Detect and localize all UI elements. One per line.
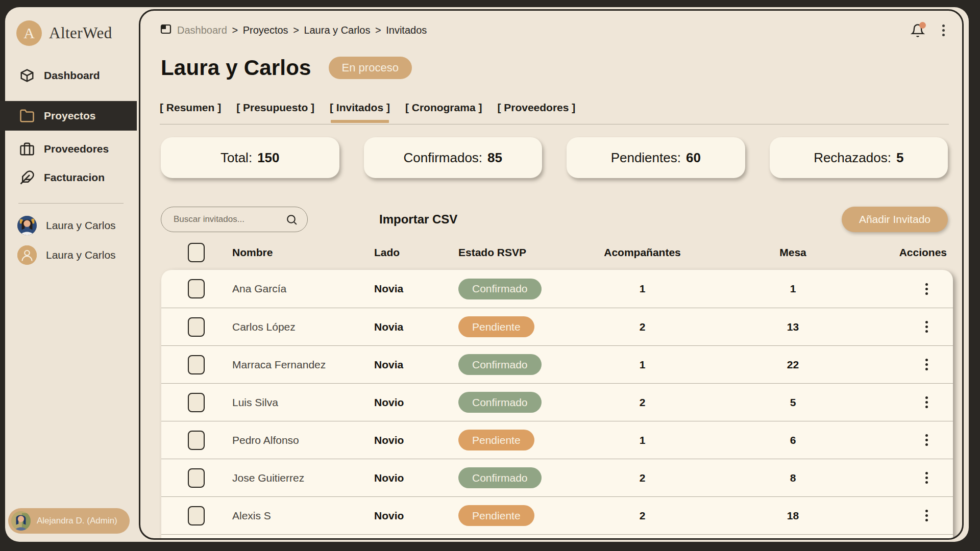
guest-companions: 1 bbox=[570, 434, 715, 446]
table-row: Alexis S Novio Pendiente 2 18 bbox=[161, 496, 953, 534]
stat-card: Rechazados: 5 bbox=[770, 137, 948, 178]
guest-table-number: 1 bbox=[715, 283, 871, 295]
guest-name: Ana García bbox=[232, 283, 374, 295]
row-checkbox[interactable] bbox=[188, 355, 205, 374]
tab-invitados[interactable]: [ Invitados ] bbox=[330, 102, 390, 122]
guest-companions: 2 bbox=[570, 321, 715, 333]
breadcrumb-part[interactable]: Dashboard bbox=[177, 24, 227, 36]
guest-side: Novio bbox=[374, 396, 458, 409]
guest-side: Novio bbox=[374, 472, 458, 484]
table-row: Jose Guitierrez Novio Confirmado 2 8 bbox=[161, 459, 953, 496]
guest-name: Carlos López bbox=[232, 321, 374, 333]
stat-value: 150 bbox=[257, 150, 279, 166]
breadcrumb-separator: > bbox=[372, 24, 384, 36]
app-name: AlterWed bbox=[49, 24, 112, 42]
current-user-badge[interactable]: Alejandra D. (Admin) bbox=[8, 508, 130, 534]
row-actions-kebab-icon[interactable] bbox=[921, 357, 932, 372]
breadcrumb: Dashboard > Proyectos > Laura y Carlos >… bbox=[160, 23, 427, 38]
row-checkbox[interactable] bbox=[188, 279, 205, 298]
row-actions-kebab-icon[interactable] bbox=[921, 281, 932, 297]
stat-label: Confirmados: bbox=[403, 150, 482, 166]
column-header-acciones: Acciones bbox=[871, 246, 953, 259]
sidebar-projects: Laura y Carlos Laura y Carlos bbox=[5, 211, 137, 270]
user-avatar bbox=[11, 511, 31, 531]
user-name-label: Alejandra D. (Admin) bbox=[37, 516, 117, 526]
row-actions-kebab-icon[interactable] bbox=[921, 432, 932, 448]
row-checkbox[interactable] bbox=[188, 468, 205, 488]
guest-companions: 2 bbox=[570, 510, 715, 522]
guest-name: Jose Guitierrez bbox=[232, 472, 374, 484]
project-label: Laura y Carlos bbox=[46, 219, 116, 232]
guest-side: Novio bbox=[374, 434, 458, 446]
guest-table-number: 13 bbox=[715, 321, 871, 333]
app-logo: A AlterWed bbox=[5, 7, 137, 46]
search-icon[interactable] bbox=[285, 213, 298, 226]
sidebar-item-proveedores[interactable]: Proveedores bbox=[5, 135, 137, 163]
column-header-mesa: Mesa bbox=[715, 246, 871, 259]
tabs: [ Resumen ][ Presupuesto ][ Invitados ][… bbox=[160, 102, 949, 122]
notification-dot bbox=[919, 22, 926, 29]
kebab-menu-icon[interactable] bbox=[940, 23, 947, 37]
guest-companions: 1 bbox=[570, 283, 715, 295]
table-row-partial bbox=[161, 534, 953, 540]
person-icon-avatar bbox=[17, 245, 37, 265]
breadcrumb-part[interactable]: Laura y Carlos bbox=[304, 24, 370, 36]
sidebar: A AlterWed Dashboard Proyectos Proveedor… bbox=[5, 7, 137, 542]
guest-name: Alexis S bbox=[232, 510, 374, 522]
bell-icon[interactable] bbox=[911, 23, 925, 38]
row-checkbox[interactable] bbox=[188, 317, 205, 337]
stat-card: Total: 150 bbox=[161, 137, 339, 178]
rsvp-status-badge: Confirmado bbox=[458, 392, 542, 413]
breadcrumb-part[interactable]: Proyectos bbox=[243, 24, 288, 36]
guest-table-number: 8 bbox=[715, 472, 871, 484]
table-row: Marraca Fernandez Novia Confirmado 1 22 bbox=[161, 345, 953, 383]
tab-presupuesto[interactable]: [ Presupuesto ] bbox=[236, 102, 314, 122]
guest-companions: 1 bbox=[570, 359, 715, 371]
table-row: Ana García Novia Confirmado 1 1 bbox=[161, 270, 953, 308]
search-box bbox=[161, 207, 308, 232]
tab-cronograma[interactable]: [ Cronograma ] bbox=[405, 102, 482, 122]
guest-companions: 2 bbox=[570, 472, 715, 484]
stat-value: 5 bbox=[896, 150, 903, 166]
row-checkbox[interactable] bbox=[188, 506, 205, 525]
rsvp-status-badge: Confirmado bbox=[458, 467, 542, 488]
rsvp-status-badge: Pendiente bbox=[458, 430, 534, 450]
main-panel: Dashboard > Proyectos > Laura y Carlos >… bbox=[139, 9, 964, 540]
sidebar-project-item[interactable]: Laura y Carlos bbox=[5, 240, 137, 270]
sidebar-item-dashboard[interactable]: Dashboard bbox=[5, 61, 137, 90]
breadcrumb-separator: > bbox=[290, 24, 302, 36]
sidebar-divider bbox=[18, 203, 124, 204]
row-actions-kebab-icon[interactable] bbox=[921, 508, 932, 523]
select-all-checkbox[interactable] bbox=[188, 243, 205, 262]
guest-name: Luis Silva bbox=[232, 396, 374, 409]
stat-value: 60 bbox=[686, 150, 701, 166]
breadcrumb-part[interactable]: Invitados bbox=[386, 24, 427, 36]
guest-table-number: 22 bbox=[715, 359, 871, 371]
stat-value: 85 bbox=[487, 150, 502, 166]
row-checkbox[interactable] bbox=[188, 393, 205, 412]
tab-proveedores[interactable]: [ Proveedores ] bbox=[497, 102, 575, 122]
feather-icon bbox=[19, 170, 35, 185]
table-header: Nombre Lado Estado RSVP Acompañantes Mes… bbox=[161, 241, 953, 264]
folder-icon bbox=[19, 108, 35, 123]
row-checkbox[interactable] bbox=[188, 431, 205, 450]
rsvp-status-badge: Pendiente bbox=[458, 505, 534, 526]
tab-resumen[interactable]: [ Resumen ] bbox=[160, 102, 221, 122]
row-actions-kebab-icon[interactable] bbox=[921, 470, 932, 486]
table-row: Pedro Alfonso Novio Pendiente 1 6 bbox=[161, 421, 953, 459]
row-actions-kebab-icon[interactable] bbox=[921, 394, 932, 410]
rsvp-status-badge: Confirmado bbox=[458, 279, 542, 299]
row-actions-kebab-icon[interactable] bbox=[921, 319, 932, 335]
sidebar-item-facturacion[interactable]: Facturacion bbox=[5, 163, 137, 192]
logo-monogram: A bbox=[16, 20, 42, 46]
add-guest-button[interactable]: Añadir Invitado bbox=[842, 207, 948, 232]
sidebar-project-item[interactable]: Laura y Carlos bbox=[5, 211, 137, 240]
guest-name: Pedro Alfonso bbox=[232, 434, 374, 446]
stat-label: Rechazados: bbox=[814, 150, 891, 166]
import-csv-button[interactable]: Importar CSV bbox=[379, 212, 457, 227]
project-label: Laura y Carlos bbox=[46, 249, 116, 261]
sidebar-item-proyectos[interactable]: Proyectos bbox=[0, 101, 137, 131]
cube-icon bbox=[19, 68, 35, 83]
rsvp-status-badge: Pendiente bbox=[458, 316, 534, 337]
guest-table: Ana García Novia Confirmado 1 1 Carlos L… bbox=[161, 270, 953, 540]
